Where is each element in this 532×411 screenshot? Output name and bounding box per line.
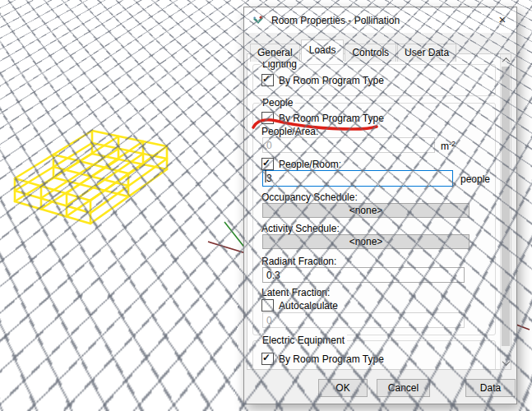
close-icon[interactable]: × [494, 12, 511, 27]
occupancy-schedule-button[interactable]: <none> [262, 203, 470, 218]
scrollbar-thumb[interactable] [502, 67, 510, 346]
people-by-program-label: By Room Program Type [279, 113, 384, 124]
tab-controls[interactable]: Controls [345, 44, 396, 62]
scroll-up-button[interactable] [501, 54, 511, 67]
autocalculate-label: Autocalculate [279, 300, 338, 312]
electric-by-program-label: By Room Program Type [279, 353, 384, 365]
loads-content: Lighting By Room Program Type People By … [247, 54, 500, 369]
people-group-label: People [260, 97, 295, 109]
people-per-area-unit: m-2 [441, 140, 456, 152]
people-per-room-input[interactable] [262, 170, 453, 187]
people-per-area-input[interactable] [262, 137, 435, 153]
latent-fraction-input[interactable] [262, 312, 465, 328]
chevron-down-icon [502, 358, 510, 366]
occupancy-schedule-label: Occupancy Schedule: [261, 192, 358, 203]
activity-schedule-label: Activity Schedule: [261, 223, 340, 234]
lighting-group: Lighting By Room Program Type [252, 64, 496, 96]
radiant-fraction-input[interactable] [262, 267, 465, 283]
scroll-down-button[interactable] [501, 357, 511, 369]
tab-user-data[interactable]: User Data [397, 44, 456, 62]
dialog-title: Room Properties - Pollination [271, 15, 400, 26]
ok-button[interactable]: OK [318, 379, 368, 397]
people-by-program-checkbox[interactable] [261, 112, 274, 124]
electric-equipment-group-label: Electric Equipment [260, 335, 347, 346]
cancel-button[interactable]: Cancel [377, 379, 430, 397]
people-per-area-label: People/Area: [261, 126, 318, 137]
radiant-fraction-label: Radiant Fraction: [261, 256, 336, 267]
people-per-room-unit: people [460, 173, 490, 185]
loads-tab-page: Lighting By Room Program Type People By … [247, 53, 511, 370]
activity-schedule-button[interactable]: <none> [262, 234, 470, 249]
tab-bar: General Loads Controls User Data [250, 39, 457, 60]
tab-loads[interactable]: Loads [301, 39, 345, 61]
lighting-by-program-label: By Room Program Type [279, 75, 384, 86]
room-properties-dialog: Room Properties - Pollination × General … [243, 7, 517, 404]
people-per-room-checkbox[interactable] [261, 158, 274, 170]
dialog-titlebar[interactable]: Room Properties - Pollination × [244, 7, 516, 33]
electric-by-program-checkbox[interactable] [261, 353, 274, 365]
people-per-room-label: People/Room: [279, 159, 341, 170]
pollination-app-icon [252, 14, 265, 27]
autocalculate-checkbox[interactable] [261, 299, 274, 312]
chevron-up-icon [502, 58, 510, 66]
lighting-by-program-checkbox[interactable] [261, 74, 274, 86]
electric-equipment-group: Electric Equipment By Room Program Type [252, 340, 496, 369]
vertical-scrollbar[interactable] [500, 54, 511, 369]
tab-general[interactable]: General [250, 44, 300, 62]
people-group: People By Room Program Type People/Area:… [252, 103, 496, 335]
data-button[interactable]: Data [465, 379, 516, 397]
latent-fraction-label: Latent Fraction: [261, 287, 330, 298]
